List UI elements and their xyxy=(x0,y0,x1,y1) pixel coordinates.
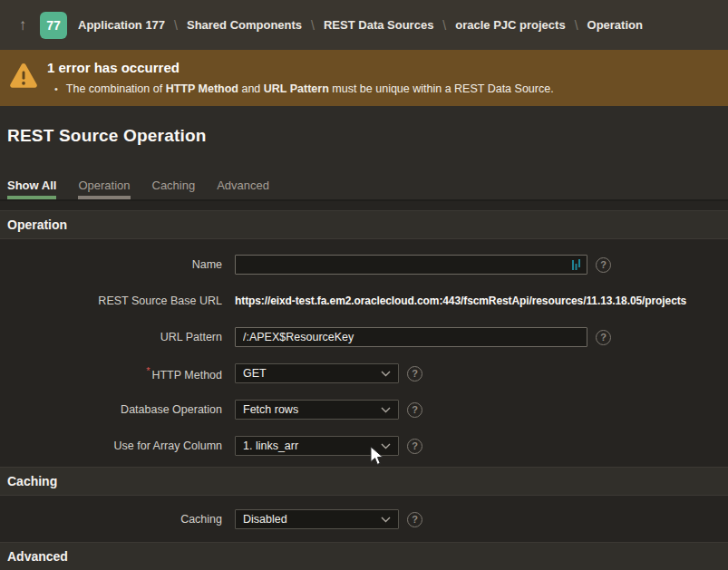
tab-show-all[interactable]: Show All xyxy=(7,179,56,199)
breadcrumb-bar: ↑ 77 Application 177 \ Shared Components… xyxy=(0,0,728,50)
breadcrumb-separator: \ xyxy=(442,18,446,33)
application-id-badge: 77 xyxy=(40,12,67,39)
http-method-select[interactable]: GET xyxy=(235,363,399,383)
database-operation-label: Database Operation xyxy=(0,403,222,416)
base-url-label: REST Source Base URL xyxy=(0,295,222,307)
field-row-name: Name ? xyxy=(0,255,728,275)
required-asterisk: * xyxy=(146,365,150,376)
use-for-array-column-help-icon[interactable]: ? xyxy=(407,439,422,454)
tab-caching[interactable]: Caching xyxy=(152,179,196,199)
error-title: 1 error has occurred xyxy=(47,60,554,76)
caching-select[interactable]: Disabled xyxy=(235,509,399,529)
page-content: Operation Name ? REST S xyxy=(0,210,728,570)
up-arrow-icon[interactable]: ↑ xyxy=(11,14,34,37)
field-row-url-pattern: URL Pattern ? xyxy=(0,327,728,347)
operation-form: Name ? REST Source Base URL xyxy=(0,239,728,467)
section-header-caching: Caching xyxy=(0,467,728,496)
breadcrumb-separator: \ xyxy=(311,18,315,33)
base-url-value: https://eixd-test.fa.em2.oraclecloud.com… xyxy=(235,295,686,307)
use-for-array-column-select[interactable]: 1. links_arr xyxy=(235,436,399,456)
use-for-array-column-label: Use for Array Column xyxy=(0,440,222,452)
page-title: REST Source Operation xyxy=(0,127,728,145)
http-method-label: *HTTP Method xyxy=(0,365,222,382)
name-help-icon[interactable]: ? xyxy=(596,257,611,273)
name-label: Name xyxy=(0,258,222,271)
rest-source-operation-page: { "colors": { "accent_green": "#55B48E",… xyxy=(0,0,728,570)
breadcrumb-separator: \ xyxy=(174,18,178,33)
breadcrumb-operation: Operation xyxy=(587,18,643,32)
caching-help-icon[interactable]: ? xyxy=(407,512,422,527)
tab-operation[interactable]: Operation xyxy=(78,179,130,199)
field-row-caching: Caching Disabled ? xyxy=(0,509,728,529)
breadcrumb: Application 177 \ Shared Components \ RE… xyxy=(78,18,643,33)
breadcrumb-application[interactable]: Application 177 xyxy=(78,18,165,32)
url-pattern-help-icon[interactable]: ? xyxy=(596,330,611,345)
http-method-help-icon[interactable]: ? xyxy=(407,366,422,382)
breadcrumb-separator: \ xyxy=(575,18,578,33)
breadcrumb-oracle-pjc-projects[interactable]: oracle PJC projects xyxy=(455,18,565,32)
error-message: • The combination of HTTP Method and URL… xyxy=(47,82,554,96)
chevron-down-icon xyxy=(381,443,391,449)
breadcrumb-shared-components[interactable]: Shared Components xyxy=(187,18,302,32)
database-operation-select[interactable]: Fetch rows xyxy=(235,400,399,420)
section-header-advanced: Advanced xyxy=(0,542,728,570)
warning-triangle-icon xyxy=(9,60,38,106)
tab-advanced[interactable]: Advanced xyxy=(217,179,269,199)
error-body: 1 error has occurred • The combination o… xyxy=(47,60,554,106)
field-row-base-url: REST Source Base URL https://eixd-test.f… xyxy=(0,291,728,311)
field-row-http-method: *HTTP Method GET ? xyxy=(0,363,728,383)
field-row-database-operation: Database Operation Fetch rows ? xyxy=(0,400,728,420)
chevron-down-icon xyxy=(381,371,391,377)
url-pattern-input[interactable] xyxy=(235,327,587,347)
region-display-selector: Show All Operation Caching Advanced xyxy=(0,179,728,199)
section-header-operation: Operation xyxy=(0,210,728,239)
page-header: REST Source Operation Show All Operation… xyxy=(0,106,728,201)
breadcrumb-rest-data-sources[interactable]: REST Data Sources xyxy=(324,18,433,32)
name-input[interactable] xyxy=(235,255,587,275)
database-operation-help-icon[interactable]: ? xyxy=(407,402,422,418)
error-banner: 1 error has occurred • The combination o… xyxy=(0,50,728,106)
caching-label: Caching xyxy=(0,513,222,526)
quick-pick-bars-icon[interactable] xyxy=(571,258,582,275)
caching-form: Caching Disabled ? xyxy=(0,496,728,542)
bullet-icon: • xyxy=(54,82,58,96)
chevron-down-icon xyxy=(381,407,391,413)
url-pattern-label: URL Pattern xyxy=(0,331,222,343)
error-message-text: The combination of HTTP Method and URL P… xyxy=(66,82,554,96)
chevron-down-icon xyxy=(381,517,391,523)
field-row-use-for-array-column: Use for Array Column 1. links_arr ? xyxy=(0,436,728,456)
